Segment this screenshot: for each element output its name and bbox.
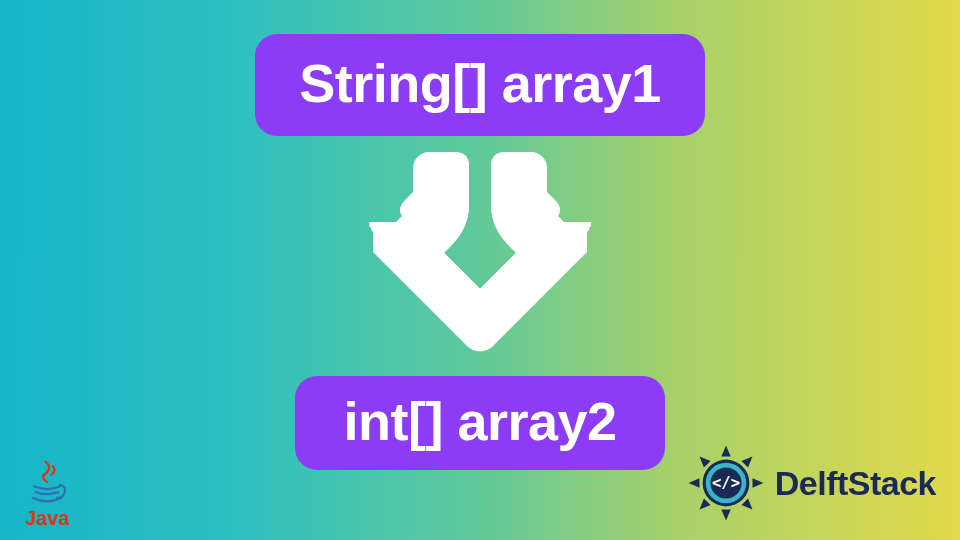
svg-marker-14	[696, 453, 710, 467]
svg-marker-13	[696, 498, 710, 512]
svg-marker-8	[721, 446, 730, 457]
string-array-label: String[] array1	[299, 53, 661, 113]
delftstack-logo-label: DelftStack	[775, 464, 936, 503]
java-cup-icon	[24, 459, 70, 505]
download-arrow-icon	[365, 152, 595, 362]
svg-text:</>: </>	[712, 474, 740, 492]
svg-marker-11	[752, 478, 763, 487]
svg-marker-9	[721, 510, 730, 521]
svg-marker-10	[688, 478, 699, 487]
delftstack-logo: </> DelftStack	[687, 444, 936, 522]
svg-marker-15	[741, 498, 755, 512]
svg-marker-12	[741, 453, 755, 467]
int-array-label: int[] array2	[343, 391, 616, 451]
java-logo: Java	[24, 459, 70, 530]
delftstack-emblem-icon: </>	[687, 444, 765, 522]
java-logo-label: Java	[25, 507, 70, 530]
string-array-box: String[] array1	[255, 34, 705, 136]
diagram-column: String[] array1	[0, 34, 960, 470]
int-array-box: int[] array2	[295, 376, 664, 470]
